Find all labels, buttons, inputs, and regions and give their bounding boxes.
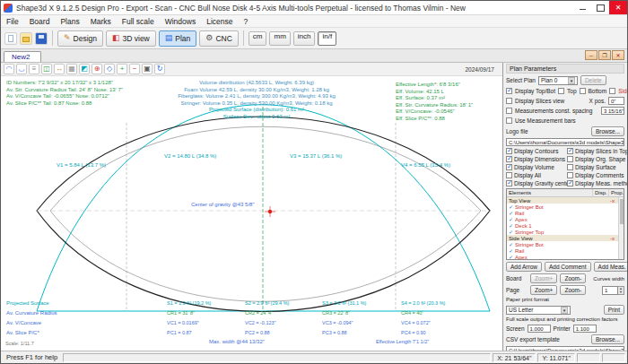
scrollbar-thumb[interactable] [620, 199, 624, 224]
bottom-checkbox[interactable] [580, 88, 586, 94]
stepper-down-icon[interactable]: ▼ [618, 290, 624, 294]
board-zoom-in-button[interactable]: Zoom+ [530, 273, 557, 283]
page-zoom-out-button[interactable]: Zoom- [560, 285, 586, 295]
plan-select[interactable]: Plan 0 [538, 76, 578, 85]
delete-plan-button[interactable]: Delete [580, 75, 606, 85]
display-all-checkbox[interactable] [506, 172, 512, 178]
element-label: Apex [515, 217, 528, 222]
display-slices-view-checkbox[interactable] [506, 98, 512, 104]
status-x-coordinate: X: 21 53/64" [493, 353, 536, 362]
save-icon[interactable] [35, 32, 48, 45]
3d-view-button[interactable]: ◧ 3D view [106, 30, 156, 47]
menu-marks[interactable]: Marks [85, 17, 117, 26]
slices-view-icon[interactable] [29, 64, 39, 74]
printer-factor-input[interactable]: 1.100 [573, 325, 597, 333]
elements-group-row[interactable]: Top View-x [507, 197, 624, 204]
stepper-arrows[interactable]: ▲▼ [618, 286, 624, 295]
x-pos-input[interactable]: 0" [608, 97, 624, 105]
elements-row[interactable]: ✓Stringer Top [507, 229, 624, 235]
display-contours-checkbox[interactable] [506, 148, 512, 154]
close-icon[interactable] [609, 1, 627, 14]
display-topbot-checkbox[interactable] [506, 88, 512, 94]
display-surface-checkbox[interactable] [567, 164, 573, 170]
app-icon [4, 4, 13, 13]
add-comment-button[interactable]: Add Comment [545, 262, 591, 272]
plan-button[interactable]: ▤ Plan [159, 30, 197, 47]
tab-new2[interactable]: New2 [4, 51, 41, 62]
elements-row[interactable]: ✓Rail [507, 210, 624, 216]
zoom-out-icon[interactable] [129, 64, 140, 74]
cnc-button[interactable]: ⚙ CNC [199, 30, 239, 47]
unit-inch-button[interactable]: inch [293, 31, 316, 46]
menu-help[interactable]: ? [239, 17, 254, 26]
rocker-view-icon[interactable] [16, 64, 27, 74]
elements-scrollbar[interactable] [618, 197, 624, 259]
display-gravity-center-checkbox[interactable] [506, 180, 512, 186]
elements-row[interactable]: ✓Apex [507, 216, 624, 222]
gravity-center-icon[interactable] [92, 64, 102, 74]
thickness-view-icon[interactable] [41, 64, 52, 74]
menu-full-scale[interactable]: Full scale [117, 17, 160, 26]
display-slices-in-top-label: Display Slices in Top [575, 148, 627, 154]
unit-cm-button[interactable]: cm [249, 31, 267, 46]
refresh-icon[interactable] [154, 64, 165, 74]
top-checkbox[interactable] [558, 88, 564, 94]
display-slices-in-top-checkbox[interactable] [567, 148, 573, 154]
screen-factor-input[interactable]: 1.000 [528, 325, 551, 333]
status-help-text: Press F1 for help [3, 353, 61, 361]
logo-browse-button[interactable]: Browse... [591, 126, 624, 136]
zoom-in-icon[interactable] [117, 64, 127, 74]
display-meas-method-checkbox[interactable] [567, 180, 573, 186]
dimensions-icon[interactable] [54, 64, 65, 74]
menu-license[interactable]: License [201, 17, 238, 26]
unit-inf-button[interactable]: in/f [318, 31, 336, 46]
display-org-shape-checkbox[interactable] [567, 156, 573, 162]
elements-row[interactable]: ✓Rail [507, 247, 624, 254]
elements-row[interactable]: ✓Stringer Bot [507, 204, 624, 210]
new-file-icon[interactable] [4, 32, 17, 45]
open-folder-icon[interactable] [20, 32, 32, 45]
measurement-spacing-input[interactable]: 3 15/16" [601, 107, 624, 115]
menu-board[interactable]: Board [24, 17, 56, 26]
paper-print-format-label: Paper print format [506, 297, 624, 303]
print-button[interactable]: Print [604, 305, 624, 315]
paper-format-select[interactable]: US Letter [506, 306, 571, 315]
menu-file[interactable]: File [1, 17, 24, 26]
unit-mm-button[interactable]: mm [269, 31, 290, 46]
display-volume-checkbox[interactable] [506, 164, 512, 170]
csv-browse-button[interactable]: Browse... [591, 334, 624, 344]
elements-row[interactable]: ✓Deck 1 [507, 222, 624, 229]
measurements-const-spacing-checkbox[interactable] [506, 108, 512, 114]
add-meas-bar-button[interactable]: Add Meas. bar [594, 262, 627, 272]
display-comments-checkbox[interactable] [567, 172, 573, 178]
group-close-icon[interactable]: -x [610, 236, 615, 241]
board-zoom-out-button[interactable]: Zoom- [560, 273, 586, 283]
volume-icon[interactable] [79, 64, 90, 74]
elements-group-row[interactable]: Side View-x [507, 235, 624, 241]
menu-windows[interactable]: Windows [160, 17, 201, 26]
board-drawing[interactable]: ID Numbers: 7'2 9/32" x 20 17/32" x 3 1/… [1, 76, 502, 351]
mdi-minimize-icon[interactable]: ─ [585, 50, 597, 60]
use-measurement-bars-checkbox[interactable] [506, 117, 512, 124]
design-button[interactable]: ✎ Design [57, 30, 103, 47]
curves-width-value[interactable]: 1 [602, 286, 618, 295]
display-dimensions-checkbox[interactable] [506, 156, 512, 162]
elements-row[interactable]: ✓Stringer Bot [507, 241, 624, 247]
maximize-icon[interactable] [591, 1, 609, 14]
minimize-icon[interactable] [573, 1, 591, 14]
screenshot-icon[interactable] [142, 64, 153, 74]
measure-row-label: Av. V/Concave [6, 320, 41, 325]
elements-row[interactable]: ✓Apex [507, 254, 624, 260]
page-zoom-in-button[interactable]: Zoom+ [530, 285, 557, 295]
side-checkbox[interactable] [609, 88, 615, 94]
zoom-fit-icon[interactable] [104, 64, 115, 74]
mdi-restore-icon[interactable]: ❐ [598, 50, 611, 60]
menu-plans[interactable]: Plans [55, 17, 84, 26]
curves-width-stepper[interactable]: 1 ▲▼ [602, 286, 624, 295]
group-close-icon[interactable]: -x [610, 198, 615, 204]
logo-path-field[interactable]: C:\Users\thoma\Documents\s3d models\Shap… [506, 138, 624, 146]
outline-view-icon[interactable] [4, 64, 14, 74]
grid-icon[interactable] [66, 64, 77, 74]
add-arrow-button[interactable]: Add Arrow [506, 262, 542, 272]
mdi-close-icon[interactable]: ✕ [612, 50, 624, 60]
